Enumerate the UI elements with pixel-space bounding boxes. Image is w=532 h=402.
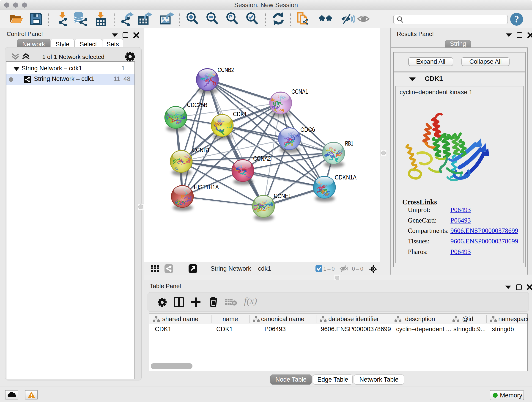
svg-text:CCNA1: CCNA1 [291, 88, 308, 95]
svg-text:CDK1: CDK1 [233, 111, 247, 118]
svg-text:CCNA2: CCNA2 [253, 155, 271, 162]
svg-text:CDC6: CDC6 [300, 126, 315, 133]
svg-text:CCNE1: CCNE1 [274, 192, 291, 199]
svg-text:CDKN1A: CDKN1A [335, 174, 356, 181]
svg-text:RB1: RB1 [345, 140, 353, 147]
svg-text:CCNB2: CCNB2 [218, 66, 234, 73]
svg-text:?: ? [514, 14, 519, 25]
svg-text:CDC25B: CDC25B [187, 102, 207, 108]
svg-text:HIST1H1A: HIST1H1A [194, 184, 219, 191]
svg-text:CCNB1: CCNB1 [192, 147, 210, 153]
